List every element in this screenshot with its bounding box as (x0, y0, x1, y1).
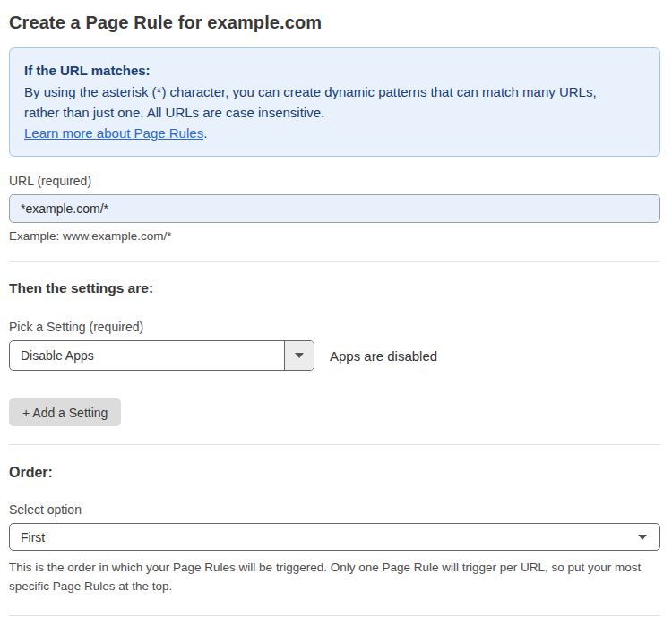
pick-setting-label: Pick a Setting (required) (9, 320, 660, 334)
order-select-value: First (21, 530, 45, 544)
url-input[interactable] (9, 194, 660, 223)
link-period: . (203, 125, 207, 141)
setting-select[interactable]: Disable Apps (9, 340, 314, 371)
divider (9, 444, 660, 445)
setting-row: Disable Apps Apps are disabled (9, 340, 660, 371)
url-match-info-box: If the URL matches: By using the asteris… (9, 47, 660, 157)
chevron-down-icon (295, 353, 304, 358)
settings-section-heading: Then the settings are: (9, 280, 660, 296)
page-title: Create a Page Rule for example.com (9, 13, 660, 33)
setting-select-value: Disable Apps (10, 341, 284, 370)
setting-select-arrow-button[interactable] (284, 341, 314, 370)
info-box-link-line: Learn more about Page Rules. (24, 123, 645, 143)
info-box-body: By using the asterisk (*) character, you… (24, 81, 633, 123)
url-example-helper: Example: www.example.com/* (9, 229, 660, 243)
order-select[interactable]: First (9, 523, 660, 551)
create-page-rule-form: Create a Page Rule for example.com If th… (0, 0, 672, 617)
divider (9, 615, 660, 616)
url-field-label: URL (required) (9, 174, 660, 188)
order-section-heading: Order: (9, 465, 660, 481)
learn-more-link[interactable]: Learn more about Page Rules (24, 125, 203, 141)
select-option-label: Select option (9, 502, 660, 517)
divider (9, 261, 660, 262)
info-box-heading: If the URL matches: (24, 60, 645, 81)
order-helper-text: This is the order in which your Page Rul… (9, 558, 654, 596)
chevron-down-icon (638, 535, 647, 540)
setting-status-text: Apps are disabled (330, 348, 437, 364)
add-setting-button[interactable]: + Add a Setting (9, 398, 121, 426)
